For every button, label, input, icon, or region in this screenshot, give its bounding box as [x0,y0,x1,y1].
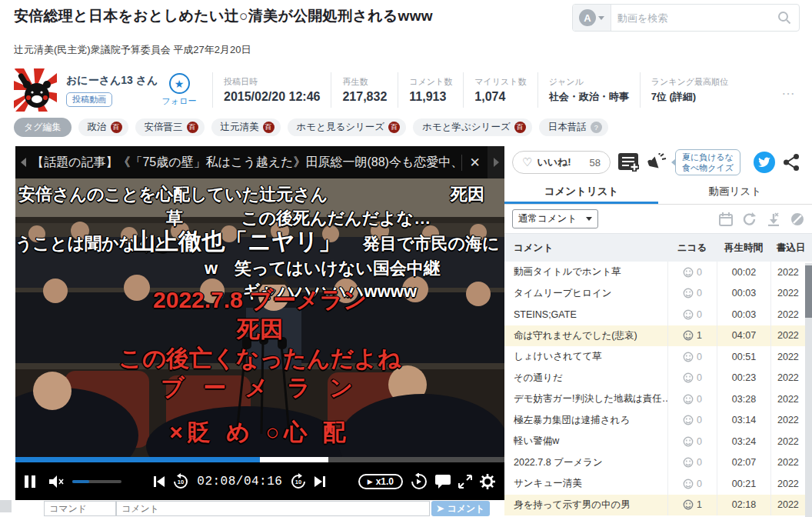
tab-comment-list[interactable]: コメントリスト [504,180,658,204]
danmaku-comment-red: ×貶 め ○心 配 [15,417,504,449]
tag-edit-button[interactable]: タグ編集 [14,118,72,137]
table-row[interactable]: 身を持って示す男の中の男102:182022 [504,495,812,516]
calendar-icon[interactable] [719,212,733,226]
tag-item[interactable]: ホモと学ぶシリーズ百 [413,118,532,136]
player-controls: 10 02:08/04:16 10 ▶ x1.0 [15,462,504,500]
repeat-button[interactable] [411,473,428,490]
table-row[interactable]: 命は守れませんでした(悲哀)104:072022 [504,325,812,347]
comment-toggle-button[interactable] [435,475,451,489]
danmaku-comment-red: この後亡くなったんだよね [15,343,504,375]
comment-submit-button[interactable]: ➤ コメント [431,501,490,516]
comment-time: 00:02 [717,262,770,283]
dictionary-badge-icon[interactable]: 百 [514,122,526,133]
dictionary-badge-icon[interactable]: 百 [263,122,275,133]
uploader-avatar[interactable] [14,68,57,112]
header-date: 書込日時 [770,234,804,262]
playback-speed-button[interactable]: ▶ x1.0 [358,474,403,489]
mute-icon[interactable] [49,475,65,488]
heart-icon: ♡ [522,155,532,169]
tag-item[interactable]: 安倍晋三百 [135,118,205,136]
dictionary-badge-icon[interactable]: 百 [187,122,198,133]
table-row[interactable]: デモ妨害ガー!判決した地裁は責任…003:282022 [504,389,812,410]
nicoru-icon[interactable] [683,330,694,341]
block-icon[interactable] [790,212,804,226]
comment-input[interactable] [116,501,430,516]
dictionary-badge-icon[interactable]: 百 [111,122,122,133]
nicoru-icon[interactable] [683,457,694,468]
table-row[interactable]: 軽い警備w003:242022 [504,431,812,452]
ticker-close-icon[interactable]: ✕ [461,155,488,171]
ticker-prev-icon[interactable] [21,158,26,167]
nicoru-icon[interactable] [683,415,694,425]
nicoru-icon[interactable] [683,394,694,405]
follow-button[interactable]: ★ フォロー [157,73,201,107]
dictionary-badge-icon[interactable]: 百 [388,122,400,133]
refresh-icon[interactable] [743,212,757,226]
fullscreen-button[interactable] [458,475,472,489]
tag-row: タグ編集 政治百 安倍晋三百 辻元清美百 ホモと見るシリーズ百 ホモと学ぶシリー… [14,118,804,137]
nicoru-icon[interactable] [683,309,694,320]
tag-item[interactable]: 辻元清美百 [211,118,281,136]
nicoru-icon[interactable] [683,479,694,489]
tag-item[interactable]: 日本昔話? [539,118,608,136]
comment-date: 2022 [770,346,804,368]
table-row[interactable]: 極左暴力集団は逮捕されろ003:142022 [504,410,812,432]
uploader-name[interactable]: おにーさん13 さん [66,74,157,88]
more-menu-button[interactable]: … [778,82,800,98]
ticker-next-button[interactable] [488,146,504,178]
play-icon: ▶ [368,478,373,485]
nicoru-icon[interactable] [683,436,694,447]
table-row[interactable]: しょけいされてて草000:512022 [504,346,812,368]
previous-button[interactable] [154,476,165,487]
table-row[interactable]: サンキュー清美000:212022 [504,473,812,495]
nicoru-count: 0 [697,394,702,405]
comment-date: 2022 [770,304,804,325]
nicoru-icon[interactable] [683,267,694,278]
volume-slider[interactable] [72,480,121,483]
nicoru-icon[interactable] [683,288,694,299]
share-icon[interactable] [783,153,800,172]
seek-bar[interactable] [15,457,504,462]
like-button[interactable]: ♡ いいね! 58 [512,151,611,174]
ng-download-icon[interactable] [767,212,780,226]
comment-filter-row: 通常コメント [504,205,812,233]
video-frame[interactable]: 安倍さんのことを心配していた辻元さん 死因 草 この後死んだんだよな… うことは… [15,178,504,457]
megaphone-icon[interactable] [647,153,667,172]
settings-gear-icon[interactable] [480,474,495,489]
stat-ranking[interactable]: ランキング最高順位7位 (詳細) [640,72,739,108]
rewind-10-button[interactable]: 10 [172,473,189,490]
header-nicoru: ニコる [667,234,717,262]
table-row[interactable]: タイムリープヒロイン000:032022 [504,283,812,305]
next-button[interactable] [314,476,325,487]
table-row[interactable]: 2022.7.8 ブーメラン002:072022 [504,452,812,474]
tag-item[interactable]: ホモと見るシリーズ百 [288,118,407,136]
add-mylist-icon[interactable] [618,153,640,172]
forward-10-button[interactable]: 10 [290,473,307,490]
uploaded-videos-badge[interactable]: 投稿動画 [66,92,112,107]
command-input[interactable] [44,501,116,516]
search-input[interactable] [611,12,777,24]
comment-type-select[interactable]: 通常コメント [512,209,598,228]
search-service-selector[interactable]: A [573,5,611,31]
tab-video-list[interactable]: 動画リスト [658,180,812,204]
table-row[interactable]: その通りだ000:232022 [504,368,812,389]
no-dictionary-badge-icon[interactable]: ? [591,122,602,133]
seek-buffered [260,457,328,462]
ticker-headline[interactable]: 【話題の記事】《「75歳の壁」私はこう越えた》田原総一朗(88)今も恋愛中、語 [32,155,461,171]
submit-arrow-icon: ➤ [436,503,444,514]
pause-button[interactable] [25,475,35,488]
table-row[interactable]: 動画タイトルでホント草000:022022 [504,262,812,283]
nicoru-icon[interactable] [683,499,694,510]
comment-table-header: コメント ニコる 再生時間 書込日時 [504,233,812,262]
nicoru-icon[interactable] [683,372,694,383]
stat-genre[interactable]: ジャンル社会・政治・時事 [537,72,640,108]
table-row[interactable]: STEINS;GATE000:032022 [504,304,812,325]
comment-time: 03:28 [717,389,770,410]
twitter-share-button[interactable] [754,152,775,173]
scrollbar-thumb[interactable] [805,265,812,318]
tag-item[interactable]: 政治百 [78,118,128,136]
search-icon[interactable] [777,11,791,25]
nicoru-icon[interactable] [683,352,694,362]
campaign-tooltip[interactable]: 夏に負けるな 食べ物クイズ [675,149,740,176]
comment-list-scrollbar[interactable] [805,263,812,517]
